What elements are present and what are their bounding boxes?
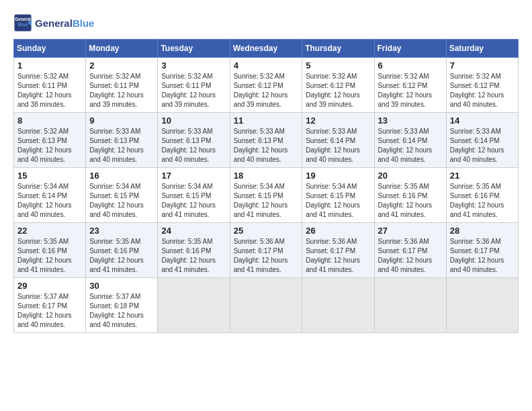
svg-text:Blue: Blue: [17, 22, 28, 27]
day-number: 30: [89, 281, 154, 291]
day-info: Sunrise: 5:36 AM Sunset: 6:17 PM Dayligh…: [378, 237, 443, 275]
calendar-cell: 12Sunrise: 5:33 AM Sunset: 6:14 PM Dayli…: [302, 113, 374, 168]
day-info: Sunrise: 5:35 AM Sunset: 6:16 PM Dayligh…: [89, 237, 154, 275]
day-info: Sunrise: 5:36 AM Sunset: 6:17 PM Dayligh…: [306, 237, 370, 275]
calendar-cell: 19Sunrise: 5:34 AM Sunset: 6:15 PM Dayli…: [302, 168, 374, 223]
day-number: 4: [234, 60, 299, 71]
day-info: Sunrise: 5:34 AM Sunset: 6:15 PM Dayligh…: [89, 182, 154, 220]
day-info: Sunrise: 5:36 AM Sunset: 6:17 PM Dayligh…: [234, 237, 299, 275]
day-number: 13: [378, 116, 443, 126]
day-number: 18: [234, 171, 299, 181]
day-info: Sunrise: 5:32 AM Sunset: 6:11 PM Dayligh…: [17, 72, 82, 109]
calendar-cell: 17Sunrise: 5:34 AM Sunset: 6:15 PM Dayli…: [158, 168, 230, 223]
calendar-cell: 1Sunrise: 5:32 AM Sunset: 6:11 PM Daylig…: [14, 58, 86, 113]
day-number: 19: [306, 171, 370, 181]
day-info: Sunrise: 5:35 AM Sunset: 6:16 PM Dayligh…: [17, 237, 82, 275]
day-number: 6: [378, 60, 443, 71]
calendar-cell: 23Sunrise: 5:35 AM Sunset: 6:16 PM Dayli…: [86, 223, 158, 278]
day-info: Sunrise: 5:37 AM Sunset: 6:17 PM Dayligh…: [17, 292, 82, 330]
calendar-cell: 10Sunrise: 5:33 AM Sunset: 6:13 PM Dayli…: [158, 113, 230, 168]
calendar-cell: 24Sunrise: 5:35 AM Sunset: 6:16 PM Dayli…: [158, 223, 230, 278]
weekday-header-saturday: Saturday: [446, 40, 518, 58]
weekday-header-wednesday: Wednesday: [230, 40, 302, 58]
calendar-cell: [158, 278, 230, 333]
calendar-table: SundayMondayTuesdayWednesdayThursdayFrid…: [13, 39, 519, 333]
day-number: 25: [234, 226, 299, 236]
weekday-header-sunday: Sunday: [14, 40, 86, 58]
calendar-body: 1Sunrise: 5:32 AM Sunset: 6:11 PM Daylig…: [14, 58, 519, 333]
calendar-cell: 29Sunrise: 5:37 AM Sunset: 6:17 PM Dayli…: [14, 278, 86, 333]
calendar-cell: 27Sunrise: 5:36 AM Sunset: 6:17 PM Dayli…: [374, 223, 446, 278]
day-number: 24: [161, 226, 226, 236]
calendar-cell: 25Sunrise: 5:36 AM Sunset: 6:17 PM Dayli…: [230, 223, 302, 278]
calendar-cell: 2Sunrise: 5:32 AM Sunset: 6:11 PM Daylig…: [86, 58, 158, 113]
day-info: Sunrise: 5:35 AM Sunset: 6:16 PM Dayligh…: [450, 182, 515, 220]
day-number: 10: [161, 116, 226, 126]
day-number: 26: [306, 226, 370, 236]
calendar-cell: 21Sunrise: 5:35 AM Sunset: 6:16 PM Dayli…: [446, 168, 518, 223]
day-info: Sunrise: 5:33 AM Sunset: 6:14 PM Dayligh…: [450, 127, 515, 165]
calendar-week-row: 29Sunrise: 5:37 AM Sunset: 6:17 PM Dayli…: [14, 278, 519, 333]
day-number: 21: [450, 171, 515, 181]
calendar-cell: 20Sunrise: 5:35 AM Sunset: 6:16 PM Dayli…: [374, 168, 446, 223]
day-info: Sunrise: 5:32 AM Sunset: 6:12 PM Dayligh…: [234, 72, 299, 109]
day-info: Sunrise: 5:32 AM Sunset: 6:13 PM Dayligh…: [17, 127, 82, 165]
weekday-header-thursday: Thursday: [302, 40, 374, 58]
calendar-cell: 5Sunrise: 5:32 AM Sunset: 6:12 PM Daylig…: [302, 58, 374, 113]
calendar-cell: 3Sunrise: 5:32 AM Sunset: 6:11 PM Daylig…: [158, 58, 230, 113]
calendar-cell: 7Sunrise: 5:32 AM Sunset: 6:12 PM Daylig…: [446, 58, 518, 113]
day-number: 17: [161, 171, 226, 181]
calendar-cell: 18Sunrise: 5:34 AM Sunset: 6:15 PM Dayli…: [230, 168, 302, 223]
calendar-cell: [302, 278, 374, 333]
day-info: Sunrise: 5:32 AM Sunset: 6:11 PM Dayligh…: [161, 72, 226, 109]
weekday-header-monday: Monday: [86, 40, 158, 58]
day-info: Sunrise: 5:32 AM Sunset: 6:12 PM Dayligh…: [306, 72, 370, 109]
day-info: Sunrise: 5:32 AM Sunset: 6:12 PM Dayligh…: [450, 72, 515, 109]
calendar-cell: [446, 278, 518, 333]
svg-text:General: General: [15, 17, 31, 21]
calendar-cell: 28Sunrise: 5:36 AM Sunset: 6:17 PM Dayli…: [446, 223, 518, 278]
day-info: Sunrise: 5:34 AM Sunset: 6:15 PM Dayligh…: [161, 182, 226, 220]
day-info: Sunrise: 5:37 AM Sunset: 6:18 PM Dayligh…: [89, 292, 154, 330]
day-number: 8: [17, 116, 82, 126]
calendar-week-row: 22Sunrise: 5:35 AM Sunset: 6:16 PM Dayli…: [14, 223, 519, 278]
calendar-week-row: 15Sunrise: 5:34 AM Sunset: 6:14 PM Dayli…: [14, 168, 519, 223]
day-info: Sunrise: 5:32 AM Sunset: 6:11 PM Dayligh…: [89, 72, 154, 109]
logo-icon: General Blue: [13, 13, 32, 32]
day-info: Sunrise: 5:33 AM Sunset: 6:14 PM Dayligh…: [306, 127, 370, 165]
day-number: 3: [161, 60, 226, 71]
calendar-cell: 8Sunrise: 5:32 AM Sunset: 6:13 PM Daylig…: [14, 113, 86, 168]
day-number: 20: [378, 171, 443, 181]
day-number: 11: [234, 116, 299, 126]
calendar-cell: 13Sunrise: 5:33 AM Sunset: 6:14 PM Dayli…: [374, 113, 446, 168]
logo: General Blue GeneralBlue: [13, 13, 94, 32]
day-number: 27: [378, 226, 443, 236]
calendar-cell: 4Sunrise: 5:32 AM Sunset: 6:12 PM Daylig…: [230, 58, 302, 113]
day-info: Sunrise: 5:36 AM Sunset: 6:17 PM Dayligh…: [450, 237, 515, 275]
calendar-cell: 30Sunrise: 5:37 AM Sunset: 6:18 PM Dayli…: [86, 278, 158, 333]
day-number: 12: [306, 116, 370, 126]
calendar-cell: 14Sunrise: 5:33 AM Sunset: 6:14 PM Dayli…: [446, 113, 518, 168]
day-number: 9: [89, 116, 154, 126]
day-number: 7: [450, 60, 515, 71]
calendar-week-row: 8Sunrise: 5:32 AM Sunset: 6:13 PM Daylig…: [14, 113, 519, 168]
day-info: Sunrise: 5:34 AM Sunset: 6:15 PM Dayligh…: [234, 182, 299, 220]
calendar-cell: [230, 278, 302, 333]
calendar-cell: [374, 278, 446, 333]
day-info: Sunrise: 5:33 AM Sunset: 6:13 PM Dayligh…: [234, 127, 299, 165]
day-info: Sunrise: 5:34 AM Sunset: 6:14 PM Dayligh…: [17, 182, 82, 220]
calendar-cell: 16Sunrise: 5:34 AM Sunset: 6:15 PM Dayli…: [86, 168, 158, 223]
day-number: 23: [89, 226, 154, 236]
calendar-header-row: SundayMondayTuesdayWednesdayThursdayFrid…: [14, 40, 519, 58]
calendar-cell: 11Sunrise: 5:33 AM Sunset: 6:13 PM Dayli…: [230, 113, 302, 168]
day-info: Sunrise: 5:35 AM Sunset: 6:16 PM Dayligh…: [378, 182, 443, 220]
day-number: 16: [89, 171, 154, 181]
day-number: 1: [17, 60, 82, 71]
calendar-cell: 6Sunrise: 5:32 AM Sunset: 6:12 PM Daylig…: [374, 58, 446, 113]
calendar-cell: 22Sunrise: 5:35 AM Sunset: 6:16 PM Dayli…: [14, 223, 86, 278]
weekday-header-friday: Friday: [374, 40, 446, 58]
calendar-cell: 15Sunrise: 5:34 AM Sunset: 6:14 PM Dayli…: [14, 168, 86, 223]
day-number: 22: [17, 226, 82, 236]
calendar-week-row: 1Sunrise: 5:32 AM Sunset: 6:11 PM Daylig…: [14, 58, 519, 113]
day-info: Sunrise: 5:34 AM Sunset: 6:15 PM Dayligh…: [306, 182, 370, 220]
